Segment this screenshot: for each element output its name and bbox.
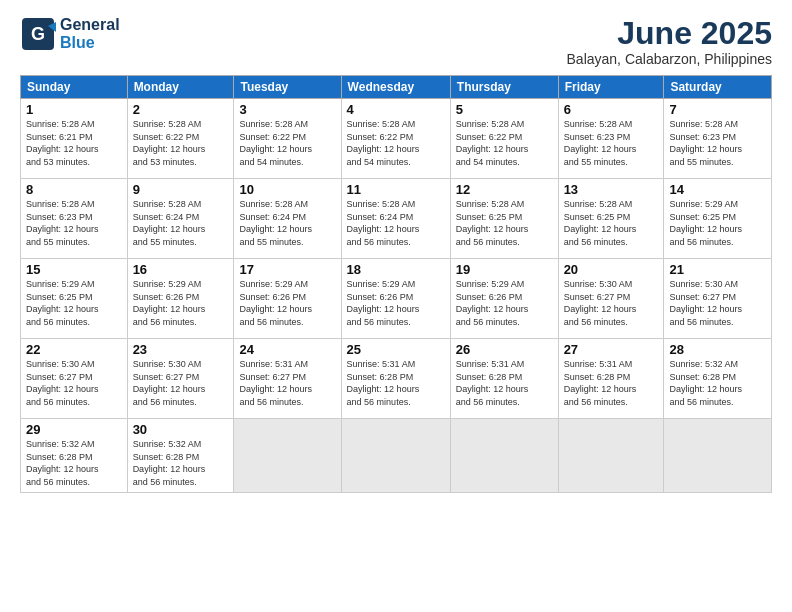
header-monday: Monday xyxy=(127,76,234,99)
day-number: 25 xyxy=(347,342,445,357)
header-wednesday: Wednesday xyxy=(341,76,450,99)
day-info: Sunrise: 5:29 AM Sunset: 6:26 PM Dayligh… xyxy=(133,278,229,328)
table-row: 11Sunrise: 5:28 AM Sunset: 6:24 PM Dayli… xyxy=(341,179,450,259)
day-info: Sunrise: 5:31 AM Sunset: 6:28 PM Dayligh… xyxy=(347,358,445,408)
table-row: 14Sunrise: 5:29 AM Sunset: 6:25 PM Dayli… xyxy=(664,179,772,259)
day-number: 2 xyxy=(133,102,229,117)
day-number: 1 xyxy=(26,102,122,117)
day-info: Sunrise: 5:28 AM Sunset: 6:23 PM Dayligh… xyxy=(669,118,766,168)
day-number: 14 xyxy=(669,182,766,197)
subtitle: Balayan, Calabarzon, Philippines xyxy=(567,51,772,67)
logo-blue: Blue xyxy=(60,34,120,52)
day-info: Sunrise: 5:29 AM Sunset: 6:26 PM Dayligh… xyxy=(456,278,553,328)
day-info: Sunrise: 5:30 AM Sunset: 6:27 PM Dayligh… xyxy=(133,358,229,408)
day-number: 7 xyxy=(669,102,766,117)
day-info: Sunrise: 5:28 AM Sunset: 6:24 PM Dayligh… xyxy=(347,198,445,248)
table-row: 28Sunrise: 5:32 AM Sunset: 6:28 PM Dayli… xyxy=(664,339,772,419)
day-info: Sunrise: 5:28 AM Sunset: 6:24 PM Dayligh… xyxy=(133,198,229,248)
table-row: 30Sunrise: 5:32 AM Sunset: 6:28 PM Dayli… xyxy=(127,419,234,492)
day-info: Sunrise: 5:32 AM Sunset: 6:28 PM Dayligh… xyxy=(669,358,766,408)
table-row: 26Sunrise: 5:31 AM Sunset: 6:28 PM Dayli… xyxy=(450,339,558,419)
table-row: 22Sunrise: 5:30 AM Sunset: 6:27 PM Dayli… xyxy=(21,339,128,419)
svg-text:G: G xyxy=(31,24,45,44)
table-row: 17Sunrise: 5:29 AM Sunset: 6:26 PM Dayli… xyxy=(234,259,341,339)
day-number: 13 xyxy=(564,182,659,197)
header-sunday: Sunday xyxy=(21,76,128,99)
day-info: Sunrise: 5:29 AM Sunset: 6:25 PM Dayligh… xyxy=(26,278,122,328)
table-row: 21Sunrise: 5:30 AM Sunset: 6:27 PM Dayli… xyxy=(664,259,772,339)
day-info: Sunrise: 5:28 AM Sunset: 6:22 PM Dayligh… xyxy=(239,118,335,168)
logo: G General Blue xyxy=(20,16,120,52)
title-block: June 2025 Balayan, Calabarzon, Philippin… xyxy=(567,16,772,67)
day-info: Sunrise: 5:28 AM Sunset: 6:23 PM Dayligh… xyxy=(564,118,659,168)
day-info: Sunrise: 5:31 AM Sunset: 6:28 PM Dayligh… xyxy=(564,358,659,408)
table-row: 3Sunrise: 5:28 AM Sunset: 6:22 PM Daylig… xyxy=(234,99,341,179)
day-number: 10 xyxy=(239,182,335,197)
table-row: 5Sunrise: 5:28 AM Sunset: 6:22 PM Daylig… xyxy=(450,99,558,179)
table-row: 24Sunrise: 5:31 AM Sunset: 6:27 PM Dayli… xyxy=(234,339,341,419)
header: G General Blue June 2025 Balayan, Calaba… xyxy=(20,16,772,67)
header-tuesday: Tuesday xyxy=(234,76,341,99)
day-number: 16 xyxy=(133,262,229,277)
table-row: 23Sunrise: 5:30 AM Sunset: 6:27 PM Dayli… xyxy=(127,339,234,419)
table-row: 10Sunrise: 5:28 AM Sunset: 6:24 PM Dayli… xyxy=(234,179,341,259)
day-number: 20 xyxy=(564,262,659,277)
day-info: Sunrise: 5:28 AM Sunset: 6:22 PM Dayligh… xyxy=(456,118,553,168)
table-row: 25Sunrise: 5:31 AM Sunset: 6:28 PM Dayli… xyxy=(341,339,450,419)
day-info: Sunrise: 5:29 AM Sunset: 6:26 PM Dayligh… xyxy=(347,278,445,328)
day-info: Sunrise: 5:30 AM Sunset: 6:27 PM Dayligh… xyxy=(669,278,766,328)
logo-general: General xyxy=(60,16,120,34)
day-number: 30 xyxy=(133,422,229,437)
table-row: 8Sunrise: 5:28 AM Sunset: 6:23 PM Daylig… xyxy=(21,179,128,259)
day-number: 23 xyxy=(133,342,229,357)
table-row: 15Sunrise: 5:29 AM Sunset: 6:25 PM Dayli… xyxy=(21,259,128,339)
day-number: 15 xyxy=(26,262,122,277)
day-number: 17 xyxy=(239,262,335,277)
table-row: 7Sunrise: 5:28 AM Sunset: 6:23 PM Daylig… xyxy=(664,99,772,179)
day-info: Sunrise: 5:28 AM Sunset: 6:24 PM Dayligh… xyxy=(239,198,335,248)
day-number: 5 xyxy=(456,102,553,117)
logo-icon: G xyxy=(20,16,56,52)
day-number: 22 xyxy=(26,342,122,357)
calendar-table: Sunday Monday Tuesday Wednesday Thursday… xyxy=(20,75,772,492)
table-row: 1Sunrise: 5:28 AM Sunset: 6:21 PM Daylig… xyxy=(21,99,128,179)
day-number: 27 xyxy=(564,342,659,357)
day-number: 19 xyxy=(456,262,553,277)
table-row: 2Sunrise: 5:28 AM Sunset: 6:22 PM Daylig… xyxy=(127,99,234,179)
table-row: 19Sunrise: 5:29 AM Sunset: 6:26 PM Dayli… xyxy=(450,259,558,339)
day-info: Sunrise: 5:31 AM Sunset: 6:27 PM Dayligh… xyxy=(239,358,335,408)
table-row xyxy=(341,419,450,492)
day-number: 4 xyxy=(347,102,445,117)
table-row xyxy=(450,419,558,492)
table-row: 4Sunrise: 5:28 AM Sunset: 6:22 PM Daylig… xyxy=(341,99,450,179)
day-info: Sunrise: 5:29 AM Sunset: 6:26 PM Dayligh… xyxy=(239,278,335,328)
day-info: Sunrise: 5:28 AM Sunset: 6:22 PM Dayligh… xyxy=(347,118,445,168)
table-row: 12Sunrise: 5:28 AM Sunset: 6:25 PM Dayli… xyxy=(450,179,558,259)
table-row: 20Sunrise: 5:30 AM Sunset: 6:27 PM Dayli… xyxy=(558,259,664,339)
main-title: June 2025 xyxy=(567,16,772,51)
table-row: 16Sunrise: 5:29 AM Sunset: 6:26 PM Dayli… xyxy=(127,259,234,339)
day-info: Sunrise: 5:30 AM Sunset: 6:27 PM Dayligh… xyxy=(564,278,659,328)
day-info: Sunrise: 5:31 AM Sunset: 6:28 PM Dayligh… xyxy=(456,358,553,408)
table-row: 6Sunrise: 5:28 AM Sunset: 6:23 PM Daylig… xyxy=(558,99,664,179)
table-row xyxy=(664,419,772,492)
table-row: 13Sunrise: 5:28 AM Sunset: 6:25 PM Dayli… xyxy=(558,179,664,259)
day-number: 11 xyxy=(347,182,445,197)
day-info: Sunrise: 5:32 AM Sunset: 6:28 PM Dayligh… xyxy=(26,438,122,488)
day-number: 3 xyxy=(239,102,335,117)
day-info: Sunrise: 5:28 AM Sunset: 6:25 PM Dayligh… xyxy=(456,198,553,248)
day-number: 18 xyxy=(347,262,445,277)
header-saturday: Saturday xyxy=(664,76,772,99)
day-number: 29 xyxy=(26,422,122,437)
day-info: Sunrise: 5:30 AM Sunset: 6:27 PM Dayligh… xyxy=(26,358,122,408)
day-info: Sunrise: 5:28 AM Sunset: 6:22 PM Dayligh… xyxy=(133,118,229,168)
header-friday: Friday xyxy=(558,76,664,99)
day-number: 12 xyxy=(456,182,553,197)
day-number: 21 xyxy=(669,262,766,277)
calendar-header-row: Sunday Monday Tuesday Wednesday Thursday… xyxy=(21,76,772,99)
day-number: 24 xyxy=(239,342,335,357)
table-row: 27Sunrise: 5:31 AM Sunset: 6:28 PM Dayli… xyxy=(558,339,664,419)
day-number: 28 xyxy=(669,342,766,357)
header-thursday: Thursday xyxy=(450,76,558,99)
day-info: Sunrise: 5:28 AM Sunset: 6:25 PM Dayligh… xyxy=(564,198,659,248)
